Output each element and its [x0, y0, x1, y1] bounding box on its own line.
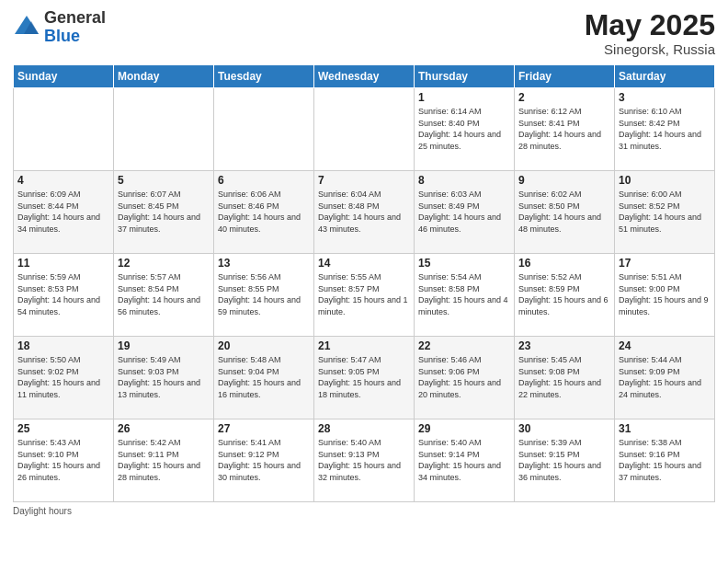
- calendar-cell: [214, 88, 314, 171]
- day-number: 1: [418, 91, 510, 104]
- logo-general: General: [44, 8, 106, 27]
- day-number: 24: [619, 339, 711, 352]
- calendar-cell: 8Sunrise: 6:03 AMSunset: 8:49 PMDaylight…: [415, 171, 515, 254]
- calendar-cell: 26Sunrise: 5:42 AMSunset: 9:11 PMDayligh…: [114, 419, 214, 502]
- day-info: Sunrise: 5:57 AMSunset: 8:54 PMDaylight:…: [118, 271, 210, 317]
- calendar-cell: [314, 88, 415, 171]
- calendar-cell: 29Sunrise: 5:40 AMSunset: 9:14 PMDayligh…: [415, 419, 515, 502]
- day-number: 4: [17, 174, 109, 187]
- day-info: Sunrise: 5:50 AMSunset: 9:02 PMDaylight:…: [17, 354, 109, 400]
- month-year: May 2025: [585, 9, 715, 41]
- calendar-cell: 30Sunrise: 5:39 AMSunset: 9:15 PMDayligh…: [515, 419, 615, 502]
- calendar-week-3: 11Sunrise: 5:59 AMSunset: 8:53 PMDayligh…: [14, 254, 715, 337]
- calendar-cell: 9Sunrise: 6:02 AMSunset: 8:50 PMDaylight…: [515, 171, 615, 254]
- day-info: Sunrise: 5:45 AMSunset: 9:08 PMDaylight:…: [518, 354, 610, 400]
- day-info: Sunrise: 5:51 AMSunset: 9:00 PMDaylight:…: [619, 271, 711, 317]
- page: General Blue May 2025 Sinegorsk, Russia …: [0, 0, 728, 563]
- day-number: 18: [17, 339, 109, 352]
- day-info: Sunrise: 6:09 AMSunset: 8:44 PMDaylight:…: [17, 189, 109, 235]
- calendar-cell: 28Sunrise: 5:40 AMSunset: 9:13 PMDayligh…: [314, 419, 415, 502]
- day-info: Sunrise: 5:59 AMSunset: 8:53 PMDaylight:…: [17, 271, 109, 317]
- calendar-table: Sunday Monday Tuesday Wednesday Thursday…: [13, 64, 715, 502]
- day-info: Sunrise: 6:00 AMSunset: 8:52 PMDaylight:…: [619, 189, 711, 235]
- location: Sinegorsk, Russia: [585, 41, 715, 57]
- calendar-cell: 11Sunrise: 5:59 AMSunset: 8:53 PMDayligh…: [14, 254, 114, 337]
- day-info: Sunrise: 6:10 AMSunset: 8:42 PMDaylight:…: [619, 106, 711, 152]
- day-info: Sunrise: 5:41 AMSunset: 9:12 PMDaylight:…: [218, 437, 310, 483]
- day-info: Sunrise: 5:44 AMSunset: 9:09 PMDaylight:…: [619, 354, 711, 400]
- header: General Blue May 2025 Sinegorsk, Russia: [13, 9, 715, 57]
- day-info: Sunrise: 6:14 AMSunset: 8:40 PMDaylight:…: [418, 106, 510, 152]
- calendar-cell: 13Sunrise: 5:56 AMSunset: 8:55 PMDayligh…: [214, 254, 314, 337]
- day-number: 2: [518, 91, 610, 104]
- day-info: Sunrise: 5:43 AMSunset: 9:10 PMDaylight:…: [17, 437, 109, 483]
- day-number: 12: [118, 257, 210, 270]
- logo: General Blue: [13, 9, 106, 46]
- calendar-cell: [114, 88, 214, 171]
- day-info: Sunrise: 6:07 AMSunset: 8:45 PMDaylight:…: [118, 189, 210, 235]
- calendar-week-1: 1Sunrise: 6:14 AMSunset: 8:40 PMDaylight…: [14, 88, 715, 171]
- day-number: 28: [318, 422, 410, 435]
- day-number: 22: [418, 339, 510, 352]
- day-info: Sunrise: 5:49 AMSunset: 9:03 PMDaylight:…: [118, 354, 210, 400]
- day-number: 16: [518, 257, 610, 270]
- day-info: Sunrise: 6:12 AMSunset: 8:41 PMDaylight:…: [518, 106, 610, 152]
- logo-blue: Blue: [44, 27, 80, 45]
- calendar-cell: 19Sunrise: 5:49 AMSunset: 9:03 PMDayligh…: [114, 337, 214, 419]
- day-number: 5: [118, 174, 210, 187]
- day-info: Sunrise: 5:39 AMSunset: 9:15 PMDaylight:…: [518, 437, 610, 483]
- day-info: Sunrise: 5:42 AMSunset: 9:11 PMDaylight:…: [118, 437, 210, 483]
- title-block: May 2025 Sinegorsk, Russia: [585, 9, 715, 57]
- day-number: 6: [218, 174, 310, 187]
- day-info: Sunrise: 5:55 AMSunset: 8:57 PMDaylight:…: [318, 271, 410, 317]
- calendar-cell: 27Sunrise: 5:41 AMSunset: 9:12 PMDayligh…: [214, 419, 314, 502]
- header-tuesday: Tuesday: [214, 65, 314, 88]
- day-info: Sunrise: 5:38 AMSunset: 9:16 PMDaylight:…: [619, 437, 711, 483]
- day-info: Sunrise: 5:56 AMSunset: 8:55 PMDaylight:…: [218, 271, 310, 317]
- calendar-cell: 14Sunrise: 5:55 AMSunset: 8:57 PMDayligh…: [314, 254, 415, 337]
- calendar-week-2: 4Sunrise: 6:09 AMSunset: 8:44 PMDaylight…: [14, 171, 715, 254]
- day-number: 3: [619, 91, 711, 104]
- calendar-cell: 2Sunrise: 6:12 AMSunset: 8:41 PMDaylight…: [515, 88, 615, 171]
- day-info: Sunrise: 6:04 AMSunset: 8:48 PMDaylight:…: [318, 189, 410, 235]
- day-number: 11: [17, 257, 109, 270]
- calendar-cell: 17Sunrise: 5:51 AMSunset: 9:00 PMDayligh…: [615, 254, 715, 337]
- day-info: Sunrise: 5:46 AMSunset: 9:06 PMDaylight:…: [418, 354, 510, 400]
- calendar-cell: 1Sunrise: 6:14 AMSunset: 8:40 PMDaylight…: [415, 88, 515, 171]
- calendar-cell: 3Sunrise: 6:10 AMSunset: 8:42 PMDaylight…: [615, 88, 715, 171]
- calendar-cell: 15Sunrise: 5:54 AMSunset: 8:58 PMDayligh…: [415, 254, 515, 337]
- day-number: 25: [17, 422, 109, 435]
- logo-text: General Blue: [44, 9, 106, 46]
- day-info: Sunrise: 5:40 AMSunset: 9:14 PMDaylight:…: [418, 437, 510, 483]
- calendar-cell: 24Sunrise: 5:44 AMSunset: 9:09 PMDayligh…: [615, 337, 715, 419]
- calendar-week-5: 25Sunrise: 5:43 AMSunset: 9:10 PMDayligh…: [14, 419, 715, 502]
- day-info: Sunrise: 5:40 AMSunset: 9:13 PMDaylight:…: [318, 437, 410, 483]
- day-number: 31: [619, 422, 711, 435]
- daylight-hours-label: Daylight hours: [13, 506, 72, 516]
- header-wednesday: Wednesday: [314, 65, 415, 88]
- calendar-week-4: 18Sunrise: 5:50 AMSunset: 9:02 PMDayligh…: [14, 337, 715, 419]
- day-number: 20: [218, 339, 310, 352]
- calendar-cell: 7Sunrise: 6:04 AMSunset: 8:48 PMDaylight…: [314, 171, 415, 254]
- day-number: 27: [218, 422, 310, 435]
- calendar-cell: 4Sunrise: 6:09 AMSunset: 8:44 PMDaylight…: [14, 171, 114, 254]
- calendar-cell: 6Sunrise: 6:06 AMSunset: 8:46 PMDaylight…: [214, 171, 314, 254]
- calendar-cell: 31Sunrise: 5:38 AMSunset: 9:16 PMDayligh…: [615, 419, 715, 502]
- day-number: 26: [118, 422, 210, 435]
- header-friday: Friday: [515, 65, 615, 88]
- header-sunday: Sunday: [14, 65, 114, 88]
- day-number: 10: [619, 174, 711, 187]
- day-info: Sunrise: 5:52 AMSunset: 8:59 PMDaylight:…: [518, 271, 610, 317]
- day-info: Sunrise: 5:47 AMSunset: 9:05 PMDaylight:…: [318, 354, 410, 400]
- day-number: 30: [518, 422, 610, 435]
- calendar-cell: 5Sunrise: 6:07 AMSunset: 8:45 PMDaylight…: [114, 171, 214, 254]
- calendar-cell: 23Sunrise: 5:45 AMSunset: 9:08 PMDayligh…: [515, 337, 615, 419]
- day-info: Sunrise: 5:54 AMSunset: 8:58 PMDaylight:…: [418, 271, 510, 317]
- header-monday: Monday: [114, 65, 214, 88]
- day-info: Sunrise: 6:06 AMSunset: 8:46 PMDaylight:…: [218, 189, 310, 235]
- day-info: Sunrise: 6:02 AMSunset: 8:50 PMDaylight:…: [518, 189, 610, 235]
- calendar-cell: 16Sunrise: 5:52 AMSunset: 8:59 PMDayligh…: [515, 254, 615, 337]
- day-number: 17: [619, 257, 711, 270]
- day-number: 29: [418, 422, 510, 435]
- weekday-header-row: Sunday Monday Tuesday Wednesday Thursday…: [14, 65, 715, 88]
